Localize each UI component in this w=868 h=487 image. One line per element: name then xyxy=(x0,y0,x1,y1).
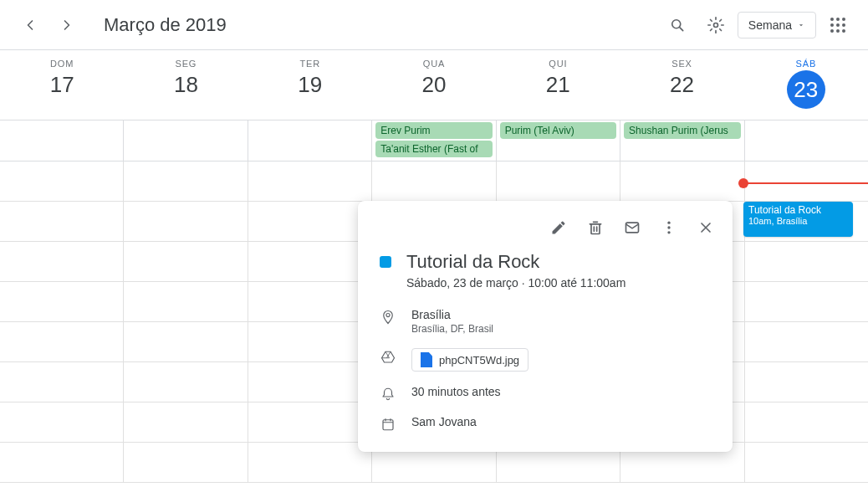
day-number: 18 xyxy=(124,72,248,98)
email-button[interactable] xyxy=(615,211,649,244)
time-cell[interactable] xyxy=(123,161,247,201)
day-headers: DOM17SEG18TER19QUA20QUI21SEX22SÁB23 xyxy=(0,50,868,120)
nav-arrows xyxy=(13,8,84,42)
allday-cell-mon[interactable] xyxy=(123,120,247,161)
next-button[interactable] xyxy=(50,8,84,42)
time-cell[interactable] xyxy=(248,443,371,482)
day-number: 19 xyxy=(248,72,372,98)
allday-cell-sun[interactable] xyxy=(0,120,123,161)
time-cell[interactable] xyxy=(744,402,868,442)
time-cell[interactable] xyxy=(123,282,247,321)
event-block[interactable]: Tutorial da Rock 10am, Brasília xyxy=(743,202,853,237)
day-header[interactable]: SEX22 xyxy=(620,50,743,120)
allday-event[interactable]: Ta'anit Esther (Fast of xyxy=(375,141,492,157)
allday-event[interactable]: Purim (Tel Aviv) xyxy=(500,122,616,139)
close-button[interactable] xyxy=(689,211,722,244)
day-number: 23 xyxy=(787,70,825,109)
attachment-chip[interactable]: phpCNT5Wd.jpg xyxy=(411,348,528,372)
file-icon xyxy=(421,352,432,367)
chevron-left-icon xyxy=(22,17,38,33)
allday-row: Erev Purim Ta'anit Esther (Fast of Purim… xyxy=(0,120,868,161)
attachment-name: phpCNT5Wd.jpg xyxy=(439,354,519,367)
location-row: Brasília Brasília, DF, Brasil xyxy=(358,301,733,341)
search-button[interactable] xyxy=(661,8,694,42)
day-header[interactable]: SÁB23 xyxy=(744,50,868,120)
time-cell[interactable] xyxy=(0,443,123,482)
prev-button[interactable] xyxy=(13,8,47,42)
search-icon xyxy=(669,17,686,33)
day-header[interactable]: QUA20 xyxy=(372,50,496,120)
time-cell[interactable] xyxy=(0,282,123,321)
time-cell[interactable] xyxy=(0,322,123,361)
time-cell[interactable] xyxy=(123,402,247,442)
time-cell[interactable] xyxy=(744,443,868,482)
time-cell[interactable] xyxy=(620,161,743,201)
allday-event[interactable]: Erev Purim xyxy=(375,122,492,139)
event-color-icon xyxy=(380,256,391,268)
bell-icon xyxy=(380,385,396,402)
time-cell[interactable] xyxy=(123,322,247,361)
day-abbr: QUI xyxy=(496,59,620,69)
now-dot-icon xyxy=(738,178,748,188)
day-header[interactable]: DOM17 xyxy=(0,50,124,120)
time-cell[interactable] xyxy=(744,362,868,402)
mail-icon xyxy=(624,219,641,236)
event-title: Tutorial da Rock xyxy=(748,204,848,216)
time-cell[interactable] xyxy=(123,242,247,281)
day-abbr: DOM xyxy=(0,59,124,69)
drive-icon xyxy=(380,348,396,365)
day-abbr: TER xyxy=(248,59,372,69)
day-header[interactable]: SEG18 xyxy=(124,50,248,120)
time-cell[interactable] xyxy=(248,362,371,402)
page-title: Março de 2019 xyxy=(104,14,227,36)
popover-subtitle: Sábado, 23 de março · 10:00 até 11:00am xyxy=(406,276,625,290)
time-cell[interactable] xyxy=(248,242,371,281)
settings-button[interactable] xyxy=(699,8,733,42)
svg-rect-6 xyxy=(383,420,393,430)
time-cell[interactable] xyxy=(744,322,868,361)
view-label: Semana xyxy=(748,18,792,32)
time-cell[interactable] xyxy=(0,402,123,442)
delete-button[interactable] xyxy=(579,211,612,244)
allday-cell-sat[interactable] xyxy=(744,120,868,161)
organizer-text: Sam Jovana xyxy=(411,415,477,428)
allday-cell-tue[interactable] xyxy=(248,120,371,161)
time-cell[interactable] xyxy=(248,282,371,321)
caret-down-icon xyxy=(797,21,805,29)
time-cell[interactable] xyxy=(123,202,247,241)
time-cell[interactable] xyxy=(248,402,371,442)
time-cell[interactable] xyxy=(0,242,123,281)
organizer-row: Sam Jovana xyxy=(358,408,733,438)
day-header[interactable]: QUI21 xyxy=(496,50,620,120)
event-subtitle: 10am, Brasília xyxy=(748,216,848,226)
allday-cell-thu[interactable]: Purim (Tel Aviv) xyxy=(496,120,620,161)
attachment-row: phpCNT5Wd.jpg xyxy=(358,341,733,378)
svg-point-4 xyxy=(667,226,670,228)
edit-button[interactable] xyxy=(542,211,575,244)
time-cell[interactable] xyxy=(248,202,371,241)
time-cell[interactable] xyxy=(248,322,371,361)
time-cell[interactable] xyxy=(496,161,620,201)
time-cell[interactable] xyxy=(0,161,123,201)
time-cell[interactable] xyxy=(123,443,247,482)
time-cell[interactable] xyxy=(0,362,123,402)
time-cell[interactable] xyxy=(744,242,868,281)
day-number: 20 xyxy=(372,72,496,98)
allday-cell-fri[interactable]: Shushan Purim (Jerus xyxy=(620,120,743,161)
time-cell[interactable] xyxy=(0,202,123,241)
time-cell[interactable] xyxy=(371,161,495,201)
time-cell[interactable] xyxy=(123,362,247,402)
chevron-right-icon xyxy=(59,17,75,33)
view-selector[interactable]: Semana xyxy=(738,12,816,38)
day-header[interactable]: TER19 xyxy=(248,50,372,120)
time-cell[interactable] xyxy=(744,282,868,321)
time-cell[interactable] xyxy=(248,161,371,201)
time-cell[interactable] xyxy=(744,161,868,201)
apps-button[interactable] xyxy=(821,8,855,42)
more-vert-icon xyxy=(661,219,677,236)
allday-event[interactable]: Shushan Purim (Jerus xyxy=(624,122,740,139)
day-abbr: QUA xyxy=(372,59,496,69)
header-right: Semana xyxy=(661,8,861,42)
more-button[interactable] xyxy=(652,211,686,244)
allday-cell-wed[interactable]: Erev Purim Ta'anit Esther (Fast of xyxy=(371,120,495,161)
